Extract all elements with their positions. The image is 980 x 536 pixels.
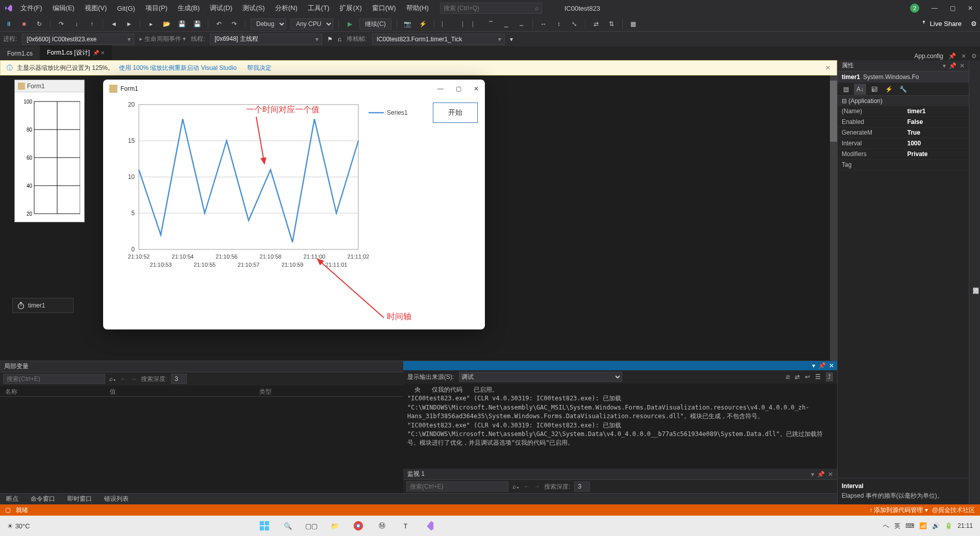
debug-stop-icon[interactable]: ■	[18, 18, 30, 30]
explorer-icon[interactable]: 📁	[328, 519, 342, 533]
vspace-icon[interactable]: ⇅	[606, 18, 617, 30]
menu-item[interactable]: Git(G)	[113, 3, 139, 14]
grid-icon[interactable]: ▦	[628, 18, 639, 30]
pin-icon[interactable]: 📌	[948, 53, 956, 60]
global-search[interactable]: ⌕	[440, 3, 542, 14]
close-icon[interactable]: ✕	[474, 85, 479, 92]
goto-icon[interactable]: ⤴	[826, 372, 833, 381]
source-control-status[interactable]: ↑ 添加到源代码管理 ▾	[869, 506, 928, 515]
property-row[interactable]: (Name)timer1	[838, 106, 969, 117]
dropdown-icon[interactable]: ▾	[811, 471, 814, 478]
toggle-icon[interactable]: ⇄	[795, 373, 800, 380]
maximize-icon[interactable]: ▢	[950, 5, 955, 12]
watch-search-input[interactable]	[406, 481, 508, 492]
size-height-icon[interactable]: ↕	[553, 18, 565, 30]
nav-fwd-icon[interactable]: →	[131, 375, 137, 382]
start-icon[interactable]	[257, 519, 272, 533]
search-icon[interactable]: 🔍	[281, 519, 295, 533]
continue-button[interactable]: 继续(C)	[359, 18, 391, 30]
depth-dropdown[interactable]: 3	[171, 374, 187, 384]
save-icon[interactable]: 💾	[176, 18, 187, 30]
menu-item[interactable]: 生成(B)	[174, 2, 204, 15]
flag-icon[interactable]: ⚑	[327, 36, 333, 43]
tab-appconfig[interactable]: App.config	[914, 53, 943, 60]
align-top-icon[interactable]: ⎺	[485, 18, 497, 30]
hot-reload-icon[interactable]: ⚡	[418, 18, 429, 30]
open-icon[interactable]: 📂	[161, 18, 172, 30]
menu-item[interactable]: 项目(P)	[141, 2, 172, 15]
debug-restart-icon[interactable]: ↻	[34, 18, 45, 30]
threads-icon[interactable]: ⎌	[338, 36, 341, 43]
pin-icon[interactable]: 📌	[817, 471, 825, 478]
menu-item[interactable]: 工具(T)	[304, 2, 334, 15]
close-icon[interactable]: 📌 ✕	[93, 50, 105, 56]
alphabetical-icon[interactable]: A↓	[854, 84, 866, 95]
undo-icon[interactable]: ↶	[213, 18, 225, 30]
step-into-icon[interactable]: ↓	[71, 18, 82, 30]
wrap-icon[interactable]: ↩	[805, 373, 810, 380]
search-icon[interactable]: ⌕▾	[512, 483, 520, 490]
property-row[interactable]: EnabledFalse	[838, 117, 969, 127]
menu-item[interactable]: 分析(N)	[271, 2, 302, 15]
wifi-icon[interactable]: 📶	[919, 522, 927, 529]
properties-icon[interactable]: 🗟	[868, 84, 880, 95]
start-button[interactable]: 开始	[433, 103, 478, 123]
close-icon[interactable]: ✕	[828, 471, 833, 478]
gear-icon[interactable]: ⚙	[971, 20, 977, 28]
screenshot-icon[interactable]: 📷	[402, 18, 413, 30]
notifications-badge[interactable]: 2	[910, 4, 919, 13]
close-icon[interactable]: ✕	[829, 362, 834, 369]
size-both-icon[interactable]: ⤡	[569, 18, 580, 30]
menu-item[interactable]: 扩展(X)	[335, 2, 365, 15]
continue-icon[interactable]: ▶	[344, 18, 355, 30]
ime-lang[interactable]: 英	[894, 522, 900, 530]
dropdown-icon[interactable]: ▾	[943, 62, 946, 69]
align-left-icon[interactable]: ⎸	[439, 18, 451, 30]
menu-item[interactable]: 编辑(E)	[48, 2, 79, 15]
process-dropdown[interactable]: [0x6600] IC00test823.exe	[22, 34, 134, 45]
properties-object-selector[interactable]: timer1System.Windows.Fo	[838, 71, 969, 83]
minimize-icon[interactable]: —	[932, 5, 938, 12]
close-icon[interactable]: ✕	[968, 5, 973, 12]
output-source-dropdown[interactable]: 调试	[459, 372, 622, 382]
menu-item[interactable]: 视图(V)	[81, 2, 111, 15]
property-pages-icon[interactable]: 🔧	[897, 84, 909, 95]
menu-item[interactable]: 测试(S)	[238, 2, 268, 15]
property-row[interactable]: Tag	[838, 160, 969, 170]
property-row[interactable]: ModifiersPrivate	[838, 149, 969, 160]
size-width-icon[interactable]: ↔	[538, 18, 549, 30]
nav-back-icon[interactable]: ←	[524, 483, 530, 490]
output-titlebar[interactable]: ▾ 📌 ✕	[403, 361, 837, 370]
notification-link-help[interactable]: 帮我决定	[247, 64, 272, 72]
lifecycle-label[interactable]: ▸ 生命周期事件 ▾	[139, 35, 186, 43]
new-file-icon[interactable]: ▸	[145, 18, 157, 30]
typora-icon[interactable]: T	[398, 519, 412, 533]
notification-link-restart[interactable]: 使用 100% 缩放比例重新启动 Visual Studio	[119, 64, 237, 72]
search-input[interactable]	[440, 5, 532, 12]
nav-back-icon[interactable]: ◄	[108, 18, 119, 30]
menu-item[interactable]: 文件(F)	[16, 2, 46, 15]
dropdown-icon[interactable]: ▾	[812, 362, 815, 369]
step-out-icon[interactable]: ↑	[86, 18, 97, 30]
save-all-icon[interactable]: 💾	[191, 18, 203, 30]
task-view-icon[interactable]: ▢▢	[304, 519, 318, 533]
pin-icon[interactable]: 📌	[818, 362, 826, 369]
properties-grid[interactable]: ⊟ (Application) (Name)timer1EnabledFalse…	[838, 96, 969, 287]
minimize-icon[interactable]: —	[437, 85, 444, 92]
menu-item[interactable]: 调试(D)	[206, 2, 236, 15]
pin-icon[interactable]: 📌	[949, 62, 957, 69]
tray-chevron-icon[interactable]: へ	[883, 522, 889, 530]
tab-form1-cs[interactable]: Form1.cs	[0, 47, 40, 60]
tab-immediate-window[interactable]: 即时窗口	[61, 494, 98, 504]
align-right-icon[interactable]: ⎸	[470, 18, 481, 30]
align-middle-icon[interactable]: ⎯	[501, 18, 512, 30]
events-icon[interactable]: ⚡	[883, 84, 895, 95]
vs-taskbar-icon[interactable]	[422, 519, 436, 533]
close-icon[interactable]: ✕	[961, 53, 966, 60]
tab-breakpoints[interactable]: 断点	[0, 494, 24, 504]
live-share-button[interactable]: Live Share ⚙	[920, 20, 977, 28]
nav-fwd-icon[interactable]: ►	[124, 18, 135, 30]
align-bottom-icon[interactable]: ⎽	[516, 18, 527, 30]
component-tray-timer1[interactable]: timer1	[12, 298, 74, 313]
property-category[interactable]: ⊟ (Application)	[838, 96, 969, 106]
